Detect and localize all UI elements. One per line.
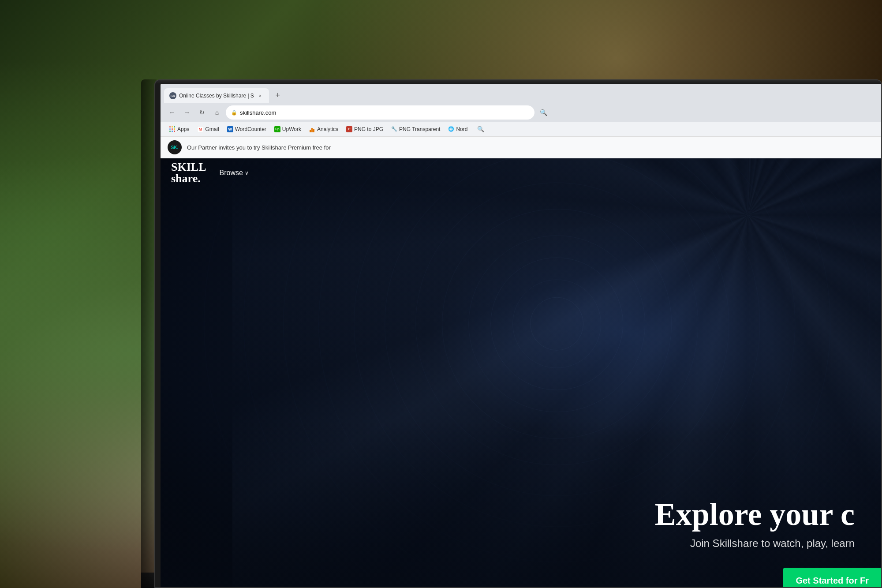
browser-tab-active[interactable]: SK Online Classes by Skillshare | S × [164,88,269,103]
address-bar-row: ← → ↻ ⌂ 🔒 skillshare.com 🔍 [161,103,881,122]
url-text: skillshare.com [240,109,276,116]
search-icon: 🔍 [477,126,484,132]
browser-search-button[interactable]: 🔍 [537,106,549,119]
svg-line-14 [377,180,557,324]
bookmark-analytics[interactable]: Analytics [306,124,342,134]
reload-button[interactable]: ↻ [196,106,208,119]
address-bar[interactable]: 🔒 skillshare.com [226,105,534,120]
lock-icon: 🔒 [231,110,237,116]
new-tab-button[interactable]: + [272,89,284,101]
tab-close-button[interactable]: × [257,92,264,99]
png-transparent-favicon: 🔧 [391,126,397,132]
gmail-favicon: M [197,126,203,132]
skillshare-nav: SKILL share. Browse ∨ [161,158,881,187]
back-button[interactable]: ← [166,106,178,119]
tab-title: Online Classes by Skillshare | S [179,93,254,99]
tab-bar: SK Online Classes by Skillshare | S × + [161,84,881,103]
browse-chevron-icon: ∨ [245,170,249,176]
hero-content: Explore your c Join Skillshare to watch,… [655,497,855,550]
bookmark-png-to-jpg[interactable]: P PNG to JPG [343,124,387,134]
bookmark-wordcounter-label: WordCounter [235,126,266,132]
bookmark-gmail[interactable]: M Gmail [194,124,222,134]
screen-bezel: SK Online Classes by Skillshare | S × + … [161,84,881,587]
bookmark-apps[interactable]: Apps [166,124,193,134]
upwork-favicon: Up [274,126,280,132]
skillshare-logo: SKILL share. [171,161,206,184]
bookmark-apps-label: Apps [177,126,189,132]
bookmark-wordcounter[interactable]: W WordCounter [224,124,270,134]
forward-button[interactable]: → [181,106,193,119]
bookmark-search[interactable]: 🔍 [474,124,488,134]
hero-title: Explore your c [655,497,855,532]
apps-favicon [169,126,176,132]
home-button[interactable]: ⌂ [211,106,223,119]
bookmark-nord[interactable]: 🌐 Nord [445,124,471,134]
bookmark-png-transparent-label: PNG Transparent [399,126,440,132]
analytics-favicon [309,126,315,132]
hero-subtitle: Join Skillshare to watch, play, learn [655,537,855,550]
bookmark-nord-label: Nord [456,126,467,132]
browse-label: Browse [220,169,243,177]
notification-text: Our Partner invites you to try Skillshar… [187,144,331,151]
notification-bar: SK. Our Partner invites you to try Skill… [161,137,881,158]
bookmarks-bar: Apps M Gmail W WordCounter Up UpWork [161,122,881,137]
laptop-frame: SK Online Classes by Skillshare | S × + … [154,79,882,588]
bookmark-upwork-label: UpWork [282,126,301,132]
website-content: SKILL share. Browse ∨ Explore your c Joi… [161,158,881,587]
cta-button[interactable]: Get Started for Fr [783,568,881,587]
svg-line-13 [557,324,773,419]
bookmark-png-transparent[interactable]: 🔧 PNG Transparent [388,124,444,134]
nord-favicon: 🌐 [448,126,454,132]
bookmark-analytics-label: Analytics [317,126,338,132]
browser-chrome: SK Online Classes by Skillshare | S × + … [161,84,881,158]
laptop-top-bar [155,80,881,84]
wordcounter-favicon: W [227,126,233,132]
skillshare-small-logo: SK. [168,140,182,154]
bookmark-png-to-jpg-label: PNG to JPG [354,126,383,132]
svg-line-12 [557,202,737,324]
browse-button[interactable]: Browse ∨ [220,169,249,177]
png-to-jpg-favicon: P [346,126,352,132]
bookmark-upwork[interactable]: Up UpWork [271,124,305,134]
bookmark-gmail-label: Gmail [205,126,219,132]
tab-favicon: SK [169,92,176,99]
